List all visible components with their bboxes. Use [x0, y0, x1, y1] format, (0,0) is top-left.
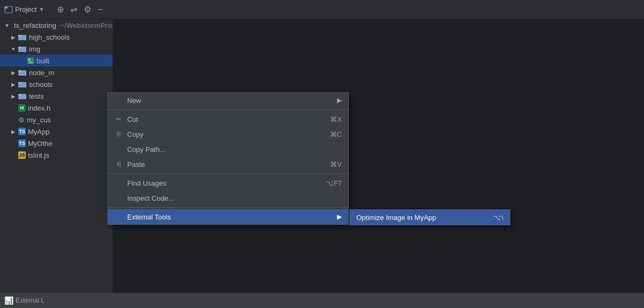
folder-icon-tests: [18, 92, 27, 100]
expand-arrow-img: ▼: [11, 46, 16, 52]
menu-item-cut[interactable]: ✂ Cut ⌘X: [108, 112, 348, 127]
cut-icon: ✂: [114, 115, 123, 123]
inspect-code-label: Inspect Code...: [127, 194, 338, 202]
svg-rect-5: [18, 35, 21, 36]
add-action-icon[interactable]: ⊕: [57, 4, 64, 14]
paste-icon: ⎗: [114, 160, 123, 168]
dropdown-arrow[interactable]: ▼: [39, 6, 44, 12]
my-cus-label: my_cus: [27, 116, 51, 124]
index-h-label: index.h: [28, 104, 50, 112]
ts-file-icon-myapp: TS: [18, 128, 26, 135]
svg-point-10: [28, 58, 30, 61]
tree-item-index-h[interactable]: H index.h: [0, 102, 113, 114]
tslint-js-label: tslint.js: [28, 151, 49, 159]
myothe-label: MyOthe: [28, 140, 53, 148]
cut-shortcut: ⌘X: [330, 115, 342, 123]
copy-path-icon: [114, 145, 123, 153]
find-usages-label: Find Usages: [127, 179, 321, 187]
h-file-icon: H: [18, 104, 26, 112]
external-tools-label: External Tools: [127, 213, 333, 221]
tree-item-tslint-js[interactable]: JS tslint.js: [0, 149, 113, 161]
copy-icon: ⎘: [114, 130, 123, 138]
tree-item-myapp[interactable]: ▶ TS MyApp: [0, 126, 113, 137]
ts-file-icon-myothe: TS: [18, 140, 26, 147]
high-schools-label: high_schools: [29, 33, 70, 41]
context-menu: New ▶ ✂ Cut ⌘X ⎘ Copy ⌘C Copy Path... ⎗ …: [107, 92, 349, 225]
paste-shortcut: ⌘V: [330, 160, 342, 168]
minimize-action-icon[interactable]: −: [98, 5, 103, 14]
tree-item-tests[interactable]: ▶ tests: [0, 90, 113, 102]
folder-icon-high-schools: [18, 33, 27, 41]
root-label: ts_refactoring: [14, 21, 56, 30]
tests-label: tests: [29, 92, 43, 100]
tree-item-schools[interactable]: ▶ schools: [0, 78, 113, 90]
status-bar-external[interactable]: 📊 External L: [4, 296, 45, 305]
optimize-image-label: Optimize Image in MyApp: [356, 214, 489, 222]
expand-arrow-node-m: ▶: [11, 70, 16, 76]
root-path: ~/WebstormProject: [61, 21, 113, 30]
folder-icon-node-m: [18, 69, 27, 76]
external-tools-icon: [114, 212, 123, 221]
separator-3: [108, 207, 348, 208]
node-m-label: node_m: [29, 69, 54, 77]
svg-rect-15: [18, 82, 21, 84]
menu-item-inspect-code[interactable]: Inspect Code...: [108, 190, 348, 206]
expand-arrow-myapp: ▶: [11, 129, 16, 135]
menu-item-paste[interactable]: ⎗ Paste ⌘V: [108, 157, 348, 172]
find-usages-shortcut: ⌥F7: [326, 179, 342, 187]
tree-item-node-m[interactable]: ▶ node_m: [0, 67, 113, 78]
js-file-icon: JS: [18, 151, 26, 159]
layout-action-icon[interactable]: ⇌: [70, 4, 77, 14]
copy-shortcut: ⌘C: [330, 130, 342, 138]
optimize-image-shortcut: ⌥\: [493, 214, 503, 222]
svg-rect-7: [18, 47, 21, 48]
menu-item-copy-path[interactable]: Copy Path...: [108, 142, 348, 157]
gear-file-icon: ⚙: [18, 116, 25, 124]
file-tree: ▼ ts_refactoring ~/WebstormProject ▶ hig…: [0, 19, 113, 293]
settings-action-icon[interactable]: ⚙: [84, 4, 91, 14]
submenu-item-optimize-image[interactable]: Optimize Image in MyApp ⌥\: [350, 210, 510, 225]
svg-rect-13: [18, 70, 21, 72]
tree-item-high-schools[interactable]: ▶ high_schools: [0, 31, 113, 43]
panel-header: Project ▼ ⊕ ⇌ ⚙ −: [0, 0, 644, 19]
tree-item-img[interactable]: ▼ img: [0, 43, 113, 55]
panel-title: Project ▼: [4, 5, 44, 14]
header-actions: ⊕ ⇌ ⚙ −: [57, 4, 103, 14]
folder-icon-schools: [18, 80, 27, 88]
new-arrow: ▶: [337, 97, 342, 104]
expand-arrow-root: ▼: [4, 23, 10, 28]
external-tools-arrow: ▶: [337, 213, 342, 221]
tree-item-myothe[interactable]: TS MyOthe: [0, 137, 113, 149]
copy-label: Copy: [127, 130, 326, 138]
myapp-label: MyApp: [28, 128, 49, 136]
menu-item-new[interactable]: New ▶: [108, 93, 348, 108]
status-bar: 📊 External L: [0, 293, 644, 308]
separator-2: [108, 173, 348, 174]
folder-icon-img: [18, 45, 27, 53]
menu-item-copy[interactable]: ⎘ Copy ⌘C: [108, 127, 348, 142]
tree-item-my-cus[interactable]: ⚙ my_cus: [0, 114, 113, 126]
find-usages-icon: [114, 179, 123, 187]
paste-label: Paste: [127, 160, 326, 168]
tree-item-root[interactable]: ▼ ts_refactoring ~/WebstormProject: [0, 19, 113, 31]
new-label: New: [127, 97, 333, 105]
status-bar-label: External L: [16, 297, 45, 304]
copy-path-label: Copy Path...: [127, 145, 338, 153]
menu-item-external-tools[interactable]: External Tools ▶ Optimize Image in MyApp…: [108, 209, 348, 224]
svg-rect-17: [18, 94, 21, 96]
status-bar-chart-icon: 📊: [4, 296, 13, 305]
new-icon: [114, 96, 123, 105]
schools-label: schools: [29, 80, 53, 89]
expand-arrow-tests: ▶: [11, 93, 16, 99]
cut-label: Cut: [127, 115, 326, 123]
image-file-icon: [27, 57, 34, 64]
tree-item-built[interactable]: built: [0, 55, 113, 67]
img-label: img: [29, 45, 40, 53]
svg-rect-1: [5, 6, 8, 9]
separator-1: [108, 109, 348, 110]
panel-icon: [4, 5, 13, 14]
expand-arrow-high-schools: ▶: [11, 34, 16, 40]
inspect-code-icon: [114, 194, 123, 202]
expand-arrow-schools: ▶: [11, 82, 16, 87]
menu-item-find-usages[interactable]: Find Usages ⌥F7: [108, 175, 348, 190]
